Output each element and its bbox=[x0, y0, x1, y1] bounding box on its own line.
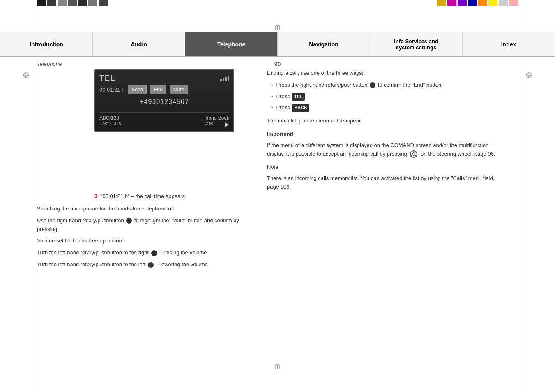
bullet-1: • Press the right-hand rotary/pushbutton… bbox=[271, 81, 505, 90]
bullet-icon-1: • bbox=[271, 81, 273, 90]
content-right: Ending a call, use one of the three ways… bbox=[267, 69, 505, 195]
note-label: Note: bbox=[267, 163, 505, 172]
important-label: Important! bbox=[267, 130, 505, 139]
volume-label: Volume set for hands-free operation: bbox=[37, 237, 255, 245]
back-badge: BACK bbox=[292, 104, 309, 112]
tab-telephone[interactable]: Telephone bbox=[185, 32, 278, 56]
important-text: If the menu of a different system is dis… bbox=[267, 141, 505, 159]
bullet-icon-3: • bbox=[271, 104, 273, 113]
svg-point-1 bbox=[412, 153, 415, 155]
phone-send-btn[interactable]: Send bbox=[128, 85, 147, 94]
crosshair-right: ⊕ bbox=[525, 70, 532, 80]
rotary-icon-3 bbox=[148, 262, 154, 268]
caption: 3 "00:01:21 h" – the call time appears bbox=[94, 193, 185, 199]
right-border bbox=[524, 0, 524, 392]
tab-introduction[interactable]: Introduction bbox=[0, 32, 93, 56]
bullet-3: • Press BACK bbox=[271, 104, 505, 113]
rotary-icon-1 bbox=[126, 218, 132, 224]
top-crosshair-center: ⊕ bbox=[274, 23, 281, 32]
ending-call-text: Ending a call, use one of the three ways… bbox=[267, 69, 505, 78]
phone-menu-phonebook: Phone Book Calls ▶ bbox=[203, 115, 229, 127]
phone-arrow-icon: ▶ bbox=[225, 121, 229, 127]
content-left: Switching the microphone for the hands-f… bbox=[37, 205, 255, 272]
page-number: 90 bbox=[274, 61, 281, 67]
phone-tel-label: TEL bbox=[99, 74, 116, 83]
color-bar-left bbox=[37, 0, 108, 6]
reappear-text: The main telephone menu will reappear. bbox=[267, 117, 505, 125]
phone-signal bbox=[220, 76, 229, 81]
bullet-icon-2: • bbox=[271, 93, 273, 101]
note-text: There is an incoming calls memory list. … bbox=[267, 174, 505, 191]
phone-screen: TEL 00:01:21 h Send End Mute +4930123456… bbox=[94, 69, 234, 132]
phone-mute-btn[interactable]: Mute bbox=[170, 85, 188, 94]
switching-mic-label: Switching the microphone for the hands-f… bbox=[37, 205, 255, 213]
crosshair-left: ⊕ bbox=[23, 70, 30, 80]
steering-wheel-icon bbox=[410, 150, 418, 158]
use-rotary-text: Use the right-hand rotary/pushbutton to … bbox=[37, 217, 255, 234]
phone-end-btn[interactable]: End bbox=[150, 85, 166, 94]
phone-menu-abc: ABC/123 Last Calls bbox=[99, 115, 121, 127]
section-label: Telephone bbox=[37, 61, 62, 67]
phone-number: +49301234567 bbox=[99, 98, 229, 106]
left-border bbox=[31, 0, 31, 392]
tab-index[interactable]: Index bbox=[463, 32, 555, 56]
tab-info-services[interactable]: Info Services andsystem settings bbox=[370, 32, 463, 56]
turn-left-text: Turn the left-hand rotary/pushbutton to … bbox=[37, 261, 255, 269]
crosshair-bottom: ⊕ bbox=[274, 362, 281, 371]
tel-badge: TEL bbox=[292, 93, 305, 101]
rotary-icon-2 bbox=[151, 250, 157, 256]
phone-timer: 00:01:21 h bbox=[99, 87, 124, 93]
nav-tabs: Introduction Audio Telephone Navigation … bbox=[0, 32, 555, 57]
tab-audio[interactable]: Audio bbox=[93, 32, 185, 56]
bullet-2: • Press TEL bbox=[271, 92, 505, 101]
rotary-icon-bullet1 bbox=[370, 82, 375, 88]
color-bar-right bbox=[437, 0, 518, 6]
tab-navigation[interactable]: Navigation bbox=[278, 32, 370, 56]
turn-right-text: Turn the left-hand rotary/pushbutton to … bbox=[37, 249, 255, 257]
